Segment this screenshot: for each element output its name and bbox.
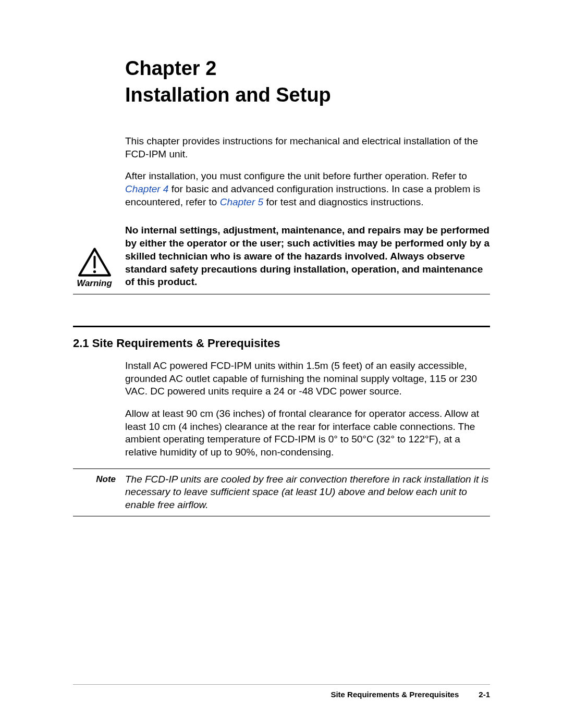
section-heading: 2.1 Site Requirements & Prerequisites <box>73 337 490 350</box>
svg-point-2 <box>93 270 95 273</box>
note-text: The FCD-IP units are cooled by free air … <box>125 473 490 512</box>
intro-paragraph-1: This chapter provides instructions for m… <box>125 135 490 161</box>
warning-block: Warning No internal settings, adjustment… <box>73 224 490 294</box>
section-paragraph-2: Allow at least 90 cm (36 inches) of fron… <box>125 408 490 459</box>
warning-label: Warning <box>77 278 112 289</box>
note-block: Note The FCD-IP units are cooled by free… <box>73 468 490 516</box>
link-chapter-4[interactable]: Chapter 4 <box>125 183 168 194</box>
page-footer: Site Requirements & Prerequisites 2-1 <box>73 684 490 699</box>
footer-section-title: Site Requirements & Prerequisites <box>331 690 459 699</box>
link-chapter-5[interactable]: Chapter 5 <box>220 196 263 207</box>
section-divider: 2.1 Site Requirements & Prerequisites <box>73 326 490 350</box>
chapter-title: Installation and Setup <box>125 84 490 106</box>
warning-triangle-icon <box>78 247 112 277</box>
intro-text: After installation, you must configure t… <box>125 170 467 181</box>
note-label: Note <box>73 473 116 512</box>
intro-paragraph-2: After installation, you must configure t… <box>125 170 490 208</box>
footer-page-number: 2-1 <box>479 690 490 699</box>
chapter-number: Chapter 2 <box>125 57 490 80</box>
section-paragraph-1: Install AC powered FCD-IPM units within … <box>125 360 490 398</box>
intro-text: for test and diagnostics instructions. <box>263 196 423 207</box>
warning-text: No internal settings, adjustment, mainte… <box>125 224 490 288</box>
